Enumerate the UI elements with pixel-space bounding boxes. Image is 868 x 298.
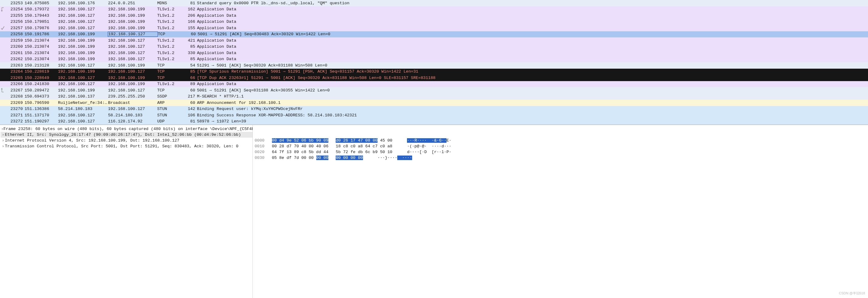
hex-bytes[interactable]: 64 7f 13 89 c8 5b dd 44 5b 72 fe db 6c b… <box>272 150 393 154</box>
col-time: 150.213128 <box>25 63 58 68</box>
col-source: 192.168.100.127 <box>58 76 108 80</box>
col-length: 81 <box>183 119 197 124</box>
hex-bytes[interactable]: 00 28 d7 70 40 00 40 06 18 c8 c0 a8 64 c… <box>272 144 393 149</box>
col-protocol: TLSv1.2 <box>157 44 183 49</box>
packet-row[interactable]: 23265150.228649192.168.100.127192.168.10… <box>0 75 868 81</box>
col-protocol: STUN <box>157 107 183 111</box>
col-length: 66 <box>183 76 197 80</box>
col-length: 60 <box>183 100 197 105</box>
hex-bytes[interactable]: 05 8e df 7d 00 00 00 00 00 00 00 00 <box>272 155 363 160</box>
packet-row[interactable]: 23260150.213074192.168.100.199192.168.10… <box>0 44 868 50</box>
col-destination: 192.168.100.199 <box>108 76 157 80</box>
packet-row[interactable]: 23253149.875085192.168.100.176224.0.0.25… <box>0 0 868 6</box>
col-info: Application Data <box>197 57 868 61</box>
col-destination: 224.0.0.251 <box>108 1 157 5</box>
hex-row[interactable]: 0020 64 7f 13 89 c8 5b dd 44 5b 72 fe db… <box>255 149 868 155</box>
related-marker-icon <box>1 31 5 38</box>
packet-row[interactable]: 23255150.179443192.168.100.127192.168.10… <box>0 12 868 19</box>
tree-item[interactable]: ›Transmission Control Protocol, Src Port… <box>1 143 252 149</box>
col-time: 150.228619 <box>25 69 58 74</box>
col-info: Application Data <box>197 20 868 24</box>
col-destination: 192.168.100.199 <box>108 20 157 24</box>
packet-row[interactable]: 23254150.179372192.168.100.127192.168.10… <box>0 6 868 13</box>
related-marker-icon <box>1 69 5 75</box>
related-marker-icon <box>1 50 5 56</box>
packet-row[interactable]: 23268150.694373192.168.100.137239.255.25… <box>0 94 868 100</box>
packet-row[interactable]: 23258150.191786192.168.100.199192.168.10… <box>0 31 868 38</box>
hex-ascii[interactable]: d····[·D [r··l·P· <box>407 150 451 154</box>
col-info: Application Data <box>197 51 868 55</box>
col-time: 150.213074 <box>25 44 58 49</box>
hex-offset: 0000 <box>255 138 265 143</box>
col-time: 150.213074 <box>25 57 58 61</box>
tree-item[interactable]: ›Frame 23258: 60 bytes on wire (480 bits… <box>1 126 252 132</box>
packet-row[interactable]: 23272151.190297192.168.100.127116.128.17… <box>0 118 868 125</box>
col-length: 217 <box>183 94 197 99</box>
packet-row[interactable]: 23266150.241830192.168.100.127192.168.10… <box>0 81 868 88</box>
col-protocol: TLSv1.2 <box>157 26 183 30</box>
tree-item-label: Transmission Control Protocol, Src Port:… <box>5 144 239 149</box>
tree-item[interactable]: ›Ethernet II, Src: Synology_26:17:47 (90… <box>1 132 252 138</box>
col-source: 192.168.100.137 <box>58 94 108 99</box>
hex-ascii[interactable]: ···}···· ···· <box>377 155 412 160</box>
packet-row[interactable]: 23264150.228619192.168.100.199192.168.10… <box>0 69 868 75</box>
col-source: 192.168.100.127 <box>58 82 108 86</box>
col-info: 5001 → 51291 [ACK] Seq=830483 Ack=30320 … <box>197 32 868 36</box>
col-length: 106 <box>183 113 197 118</box>
col-destination: 58.214.180.183 <box>108 113 157 118</box>
related-marker-icon <box>1 19 5 25</box>
packet-details-tree[interactable]: ›Frame 23258: 60 bytes on wire (480 bits… <box>0 125 253 298</box>
packet-row[interactable]: 23267150.289472192.168.100.199192.168.10… <box>0 87 868 94</box>
col-info: Standard query 0x0000 PTR lb._dns-sd._ud… <box>197 1 868 5</box>
packet-row[interactable]: 23263150.213128192.168.100.127192.168.10… <box>0 62 868 69</box>
packet-row[interactable]: 23261150.213074192.168.100.199192.168.10… <box>0 50 868 56</box>
col-protocol: TLSv1.2 <box>157 7 183 11</box>
chevron-right-icon[interactable]: › <box>1 127 3 131</box>
packet-row[interactable]: 23256150.179851192.168.100.127192.168.10… <box>0 19 868 25</box>
packet-list[interactable]: 23253149.875085192.168.100.176224.0.0.25… <box>0 0 868 125</box>
col-time: 150.694373 <box>25 94 58 99</box>
hex-row[interactable]: 0000 00 d4 9e 52 06 bb 90 09 d0 26 17 47… <box>255 138 868 143</box>
col-time: 150.191786 <box>25 32 58 36</box>
col-destination: 192.168.100.127 <box>108 107 157 111</box>
packet-row[interactable]: 23269150.796590RuijieNetwor_fe:34:…Broad… <box>0 100 868 106</box>
packet-row[interactable]: 23259150.213074192.168.100.199192.168.10… <box>0 37 868 44</box>
packet-bytes-pane[interactable]: 0000 00 d4 9e 52 06 bb 90 09 d0 26 17 47… <box>253 125 868 298</box>
col-protocol: TCP <box>157 76 183 80</box>
col-protocol: TLSv1.2 <box>157 20 183 24</box>
hex-ascii[interactable]: ·(·p@·@· ····d··· <box>407 144 451 149</box>
col-length: 85 <box>183 69 197 74</box>
packet-row[interactable]: 23262150.213074192.168.100.199192.168.10… <box>0 56 868 63</box>
hex-offset: 0010 <box>255 144 265 149</box>
related-marker-icon <box>1 37 5 44</box>
col-source: 192.168.100.127 <box>58 20 108 24</box>
hex-row[interactable]: 0010 00 28 d7 70 40 00 40 06 18 c8 c0 a8… <box>255 143 868 149</box>
col-protocol: TLSv1.2 <box>157 57 183 61</box>
col-source: 192.168.100.199 <box>58 32 108 36</box>
col-source: 192.168.100.127 <box>58 26 108 30</box>
tree-item[interactable]: ›Internet Protocol Version 4, Src: 192.1… <box>1 138 252 143</box>
col-length: 85 <box>183 44 197 49</box>
chevron-right-icon[interactable]: › <box>1 144 5 149</box>
chevron-right-icon[interactable]: › <box>1 133 5 137</box>
col-info: Application Data <box>197 7 868 11</box>
col-protocol: TLSv1.2 <box>157 38 183 43</box>
col-info: 5001 → 51291 [ACK] Seq=831188 Ack=30355 … <box>197 88 868 93</box>
col-source: 192.168.100.127 <box>58 7 108 11</box>
chevron-right-icon[interactable]: › <box>1 139 5 143</box>
col-length: 60 <box>184 32 197 36</box>
col-length: 81 <box>183 1 197 5</box>
hex-row[interactable]: 0030 05 8e df 7d 00 00 00 00 00 00 00 00… <box>255 155 868 161</box>
col-protocol: MDNS <box>157 1 183 5</box>
related-marker-icon <box>1 87 5 94</box>
col-time: 150.179372 <box>25 7 58 11</box>
packet-row[interactable]: 23257150.179876192.168.100.127192.168.10… <box>0 25 868 31</box>
packet-row[interactable]: 23270151.13638658.214.180.183192.168.100… <box>0 106 868 112</box>
col-destination: 192.168.100.127 <box>108 57 157 61</box>
hex-ascii[interactable]: ···R···· ·&·G··E· <box>407 138 451 143</box>
hex-bytes[interactable]: 00 d4 9e 52 06 bb 90 09 d0 26 17 47 08 0… <box>272 138 393 143</box>
col-protocol: TLSv1.2 <box>157 82 183 86</box>
packet-row[interactable]: 23271151.137170192.168.100.12758.214.180… <box>0 112 868 118</box>
col-protocol: STUN <box>157 113 183 118</box>
col-protocol: TCP <box>158 32 184 36</box>
